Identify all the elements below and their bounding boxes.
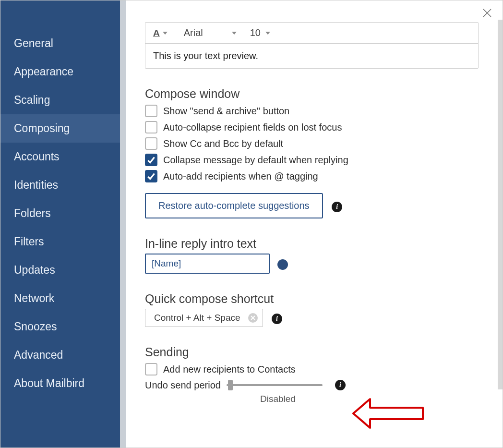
settings-sidebar: General Appearance Scaling Composing Acc…: [0, 0, 120, 448]
slider-thumb[interactable]: [228, 380, 233, 390]
info-icon[interactable]: i: [332, 202, 342, 212]
checkbox-auto-collapse[interactable]: [145, 121, 157, 133]
inline-reply-color-picker[interactable]: [277, 259, 288, 270]
inline-reply-input[interactable]: [145, 254, 270, 274]
checkbox-collapse-reply[interactable]: [145, 154, 157, 166]
section-title-quick-compose: Quick compose shortcut: [145, 292, 483, 306]
settings-panel: A Arial 10 This is your text preview. Co…: [126, 0, 503, 448]
sidebar-item-snoozes[interactable]: Snoozes: [0, 313, 120, 341]
sidebar-item-network[interactable]: Network: [0, 284, 120, 313]
checkbox-label: Show "send & archive" button: [163, 106, 289, 117]
font-size-select[interactable]: 10: [250, 27, 270, 38]
sidebar-item-scaling[interactable]: Scaling: [0, 86, 120, 114]
sidebar-item-folders[interactable]: Folders: [0, 199, 120, 228]
undo-send-label: Undo send period: [145, 380, 221, 391]
font-family-select[interactable]: Arial: [184, 27, 237, 38]
section-title-inline-reply: In-line reply intro text: [145, 237, 483, 251]
quick-compose-shortcut-field[interactable]: Control + Alt + Space: [145, 309, 263, 327]
section-title-compose: Compose window: [145, 87, 483, 101]
section-title-sending: Sending: [145, 345, 483, 359]
checkbox-label: Show Cc and Bcc by default: [163, 138, 283, 149]
shortcut-value: Control + Alt + Space: [154, 313, 240, 323]
info-icon[interactable]: i: [335, 380, 346, 390]
info-icon[interactable]: i: [272, 314, 282, 324]
sidebar-item-composing[interactable]: Composing: [0, 114, 120, 143]
slider-track: [227, 384, 323, 386]
checkbox-auto-add-at[interactable]: [145, 170, 157, 182]
sidebar-item-identities[interactable]: Identities: [0, 171, 120, 199]
sidebar-item-filters[interactable]: Filters: [0, 228, 120, 256]
sidebar-divider: [120, 0, 126, 448]
sidebar-item-appearance[interactable]: Appearance: [0, 58, 120, 86]
sidebar-item-advanced[interactable]: Advanced: [0, 341, 120, 369]
text-preview: This is your text preview.: [145, 44, 478, 68]
x-icon: [251, 315, 255, 320]
checkbox-label: Auto-add recipients when @ tagging: [163, 171, 318, 182]
chevron-down-icon: [232, 32, 237, 35]
checkbox-add-recipients-contacts[interactable]: [145, 363, 157, 375]
undo-send-slider[interactable]: [227, 379, 323, 391]
font-color-button[interactable]: A: [153, 28, 168, 38]
sidebar-item-about[interactable]: About Mailbird: [0, 369, 120, 398]
font-color-icon: A: [153, 28, 160, 38]
sidebar-item-accounts[interactable]: Accounts: [0, 143, 120, 171]
close-icon: [482, 8, 492, 18]
checkbox-label: Collapse message by default when replyin…: [163, 155, 348, 166]
restore-autocomplete-button[interactable]: Restore auto-complete suggestions: [145, 193, 323, 218]
sidebar-item-general[interactable]: General: [0, 29, 120, 58]
font-toolbar: A Arial 10 This is your text preview.: [145, 22, 479, 69]
undo-send-value: Disabled: [260, 394, 483, 404]
chevron-down-icon: [265, 32, 270, 35]
sidebar-item-updates[interactable]: Updates: [0, 256, 120, 284]
scrollbar[interactable]: [498, 20, 503, 389]
chevron-down-icon: [163, 32, 168, 35]
font-family-value: Arial: [184, 27, 203, 38]
checkbox-send-archive[interactable]: [145, 105, 157, 117]
checkbox-label: Add new recipients to Contacts: [163, 364, 296, 375]
checkbox-label: Auto-collapse recipient fields on lost f…: [163, 122, 342, 133]
clear-shortcut-button[interactable]: [248, 313, 258, 323]
font-size-value: 10: [250, 27, 261, 38]
checkbox-cc-bcc[interactable]: [145, 137, 157, 150]
close-button[interactable]: [482, 8, 492, 18]
